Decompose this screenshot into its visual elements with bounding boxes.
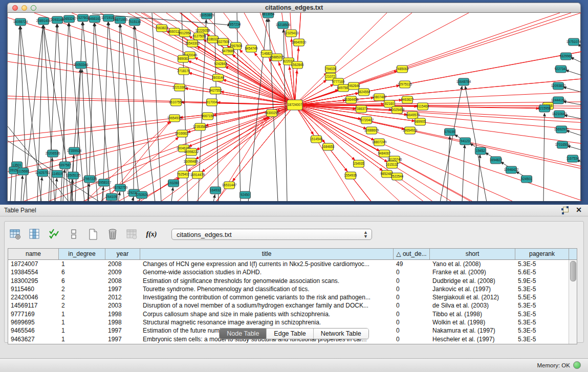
graph-node[interactable]: 1514545 xyxy=(310,136,323,143)
network-window-titlebar[interactable]: citations_edges.txt xyxy=(7,3,581,13)
row-height-icon[interactable] xyxy=(67,228,80,241)
table-row[interactable]: 1456911722003Disruption of a novel membe… xyxy=(8,301,577,310)
column-header-2[interactable]: year xyxy=(105,249,140,259)
graph-node[interactable]: 12425751 xyxy=(35,169,50,177)
table-panel-header[interactable]: Table Panel ✕ xyxy=(0,205,588,216)
graph-node-hub[interactable]: 18724007 xyxy=(287,100,302,110)
graph-node[interactable]: 8427552 xyxy=(209,87,222,94)
graph-node[interactable]: 12353584 xyxy=(193,123,208,130)
tab-network-table[interactable]: Network Table xyxy=(314,329,368,339)
graph-node[interactable]: 26364456 xyxy=(344,96,359,103)
graph-node[interactable]: 16543302 xyxy=(185,40,200,47)
table-row[interactable]: 1938455462009Genome-wide association stu… xyxy=(8,268,577,276)
show-columns-icon[interactable] xyxy=(28,228,41,241)
graph-node[interactable]: 15218506 xyxy=(276,21,291,29)
column-header-6[interactable]: pagerank xyxy=(515,249,569,259)
graph-node[interactable]: 1684653 xyxy=(322,143,335,150)
graph-node[interactable]: 9115460 xyxy=(417,103,429,110)
column-header-4[interactable]: △ out_de... xyxy=(394,249,430,259)
graph-node[interactable]: 16053809 xyxy=(200,13,214,19)
graph-node[interactable]: 2522544 xyxy=(391,173,404,180)
graph-node[interactable]: 114519 xyxy=(52,170,63,178)
graph-node[interactable]: 164932 xyxy=(210,187,221,194)
graph-node[interactable]: 9397587 xyxy=(59,162,72,169)
graph-node[interactable]: 13505135 xyxy=(66,172,81,179)
graph-node[interactable]: 16914479 xyxy=(190,171,205,179)
column-header-3[interactable]: title xyxy=(140,249,394,259)
graph-node[interactable]: 14671955 xyxy=(113,16,128,24)
graph-node[interactable]: 2803144 xyxy=(212,74,225,81)
graph-node[interactable]: 15751074 xyxy=(567,38,581,46)
tab-node-table[interactable]: Node Table xyxy=(220,329,267,339)
graph-node[interactable]: 7625402 xyxy=(177,171,190,178)
graph-node[interactable]: 6466161 xyxy=(89,15,101,23)
new-column-icon[interactable] xyxy=(86,228,100,241)
graph-node[interactable]: 7485063 xyxy=(396,65,409,73)
network-canvas[interactable]: 1872400718300295271817612213383161075541… xyxy=(8,13,581,201)
select-columns-icon[interactable] xyxy=(48,228,61,241)
graph-node[interactable]: 16099489 xyxy=(184,158,199,165)
table-row[interactable]: 1872400712008Changes of HCN gene express… xyxy=(8,260,577,268)
tab-edge-table[interactable]: Edge Table xyxy=(267,329,313,339)
graph-node[interactable]: 2718176 xyxy=(178,68,190,75)
table-row[interactable]: 977716911998Corpus callosum shape and si… xyxy=(8,310,577,318)
column-header-5[interactable]: short xyxy=(430,249,515,259)
graph-node[interactable]: 1615132 xyxy=(386,161,399,168)
graph-node[interactable]: 92450 xyxy=(240,191,251,199)
scrollbar-thumb[interactable] xyxy=(570,261,576,281)
close-panel-icon[interactable]: ✕ xyxy=(576,206,582,214)
graph-node[interactable]: 18300295 xyxy=(265,110,279,117)
delete-column-icon[interactable] xyxy=(106,228,119,241)
graph-node[interactable]: 1167534 xyxy=(567,155,579,162)
graph-node[interactable]: 10720407 xyxy=(359,117,374,124)
function-builder-icon[interactable]: f(x) xyxy=(145,228,158,241)
graph-node[interactable]: 19166827 xyxy=(175,130,190,137)
graph-node[interactable]: 19654923 xyxy=(403,127,418,134)
column-header-0[interactable]: name xyxy=(8,249,59,259)
graph-node[interactable]: 9327508 xyxy=(217,38,230,46)
graph-node[interactable]: 12213383 xyxy=(172,84,187,91)
graph-node[interactable]: 9329966 xyxy=(560,53,573,60)
graph-node[interactable]: 14649575 xyxy=(405,112,420,119)
column-header-1[interactable]: in_degree xyxy=(59,249,105,259)
graph-node[interactable]: 12444154 xyxy=(551,97,566,104)
graph-node[interactable]: 9227343 xyxy=(555,65,568,73)
graph-node[interactable]: 15692971 xyxy=(554,126,569,133)
graph-node[interactable]: 1554935 xyxy=(344,172,357,179)
graph-node[interactable]: 10653247 xyxy=(62,15,77,23)
graph-node[interactable]: 17359924 xyxy=(67,147,82,155)
graph-node[interactable]: 16958107 xyxy=(97,179,112,186)
graph-node[interactable]: 19654935 xyxy=(167,115,182,122)
graph-node[interactable]: 16782759 xyxy=(113,184,128,191)
graph-node[interactable]: 10946422 xyxy=(504,166,519,173)
graph-node[interactable]: 14998222 xyxy=(184,148,199,156)
graph-node[interactable]: 9463627 xyxy=(401,96,414,103)
graph-node[interactable]: 7515134 xyxy=(128,18,141,26)
delete-table-icon[interactable] xyxy=(125,228,139,241)
graph-node[interactable]: 94123 xyxy=(460,138,471,145)
graph-node[interactable]: 989081 xyxy=(178,55,189,62)
table-row[interactable]: 969969511998Structural magnetic resonanc… xyxy=(8,318,577,326)
graph-node[interactable]: 1115688 xyxy=(17,168,29,175)
graph-node[interactable]: 9667150 xyxy=(202,113,214,120)
graph-node[interactable]: 264109 xyxy=(106,193,117,201)
graph-node[interactable]: 20053346 xyxy=(74,61,89,69)
graph-node[interactable]: 16210643 xyxy=(552,111,567,118)
graph-node[interactable]: 10688609 xyxy=(364,127,379,134)
graph-node[interactable]: 20206536 xyxy=(46,150,60,157)
graph-node[interactable]: 16648784 xyxy=(456,78,471,85)
graph-node[interactable]: 17016504 xyxy=(555,141,570,148)
graph-node[interactable]: 20891406 xyxy=(36,17,51,25)
graph-node[interactable]: 679195 xyxy=(444,128,455,136)
graph-node[interactable]: 9484067 xyxy=(378,150,391,157)
graph-node[interactable]: 18807249 xyxy=(372,139,387,146)
graph-node[interactable]: 917004 xyxy=(206,99,217,106)
graph-node[interactable]: 794028 xyxy=(325,65,336,73)
graph-node[interactable]: 5475685 xyxy=(222,48,235,55)
graph-node[interactable]: 19452 xyxy=(475,147,486,155)
table-select-dropdown[interactable]: citations_edges.txt ▲▼ xyxy=(171,229,372,240)
graph-node[interactable]: 8215958 xyxy=(538,105,551,112)
graph-node[interactable]: 193280 xyxy=(168,180,179,187)
graph-node[interactable]: 7253924 xyxy=(136,191,148,199)
graph-node[interactable]: 7462646 xyxy=(347,82,360,90)
